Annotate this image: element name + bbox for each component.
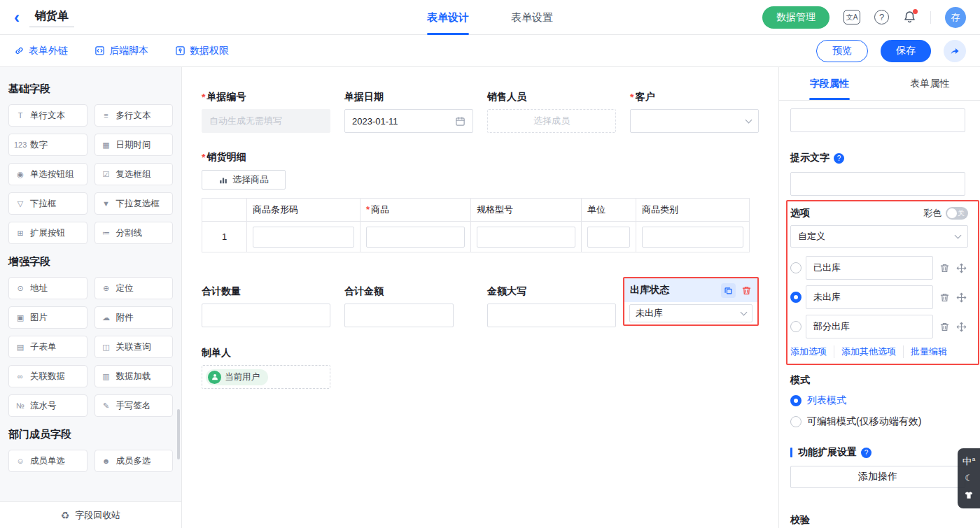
field-multi-select[interactable]: ▼下拉复选框 bbox=[94, 192, 174, 215]
mode-editable-radio[interactable] bbox=[790, 416, 802, 427]
preview-button[interactable]: 预览 bbox=[816, 40, 868, 62]
option-input-1[interactable] bbox=[806, 256, 933, 280]
form-external-link[interactable]: 表单外链 bbox=[14, 45, 68, 57]
mode-list[interactable]: 列表模式 bbox=[790, 394, 846, 407]
linked-query-icon: ◫ bbox=[100, 343, 113, 352]
field-image[interactable]: ▣图片 bbox=[8, 306, 88, 329]
field-radio-group[interactable]: ◉单选按钮组 bbox=[8, 163, 88, 185]
cell-spec-input[interactable] bbox=[477, 227, 575, 248]
option-radio-3[interactable] bbox=[790, 321, 802, 332]
field-member-single[interactable]: ☺成员单选 bbox=[8, 450, 88, 472]
field-creator[interactable]: 制单人 当前用户 bbox=[202, 347, 330, 389]
field-total-amount[interactable]: 合计金额 bbox=[344, 285, 454, 327]
tab-form-design[interactable]: 表单设计 bbox=[427, 0, 469, 35]
save-button[interactable]: 保存 bbox=[881, 40, 931, 62]
notification-bell-icon[interactable] bbox=[903, 10, 916, 24]
batch-edit-link[interactable]: 批量编辑 bbox=[903, 345, 954, 358]
tab-form-properties[interactable]: 表单属性 bbox=[880, 67, 980, 100]
theme-skin-icon[interactable] bbox=[964, 491, 974, 500]
option-input-3[interactable] bbox=[806, 315, 933, 338]
cell-barcode-input[interactable] bbox=[253, 227, 354, 248]
field-serial-number[interactable]: №流水号 bbox=[8, 394, 88, 417]
field-single-line-text[interactable]: T单行文本 bbox=[8, 104, 88, 127]
backend-script-link[interactable]: 后端脚本 bbox=[94, 45, 148, 57]
field-salesperson[interactable]: 销售人员 选择成员 bbox=[487, 91, 616, 133]
field-recycle-bin[interactable]: ♻ 字段回收站 bbox=[0, 501, 181, 528]
mode-list-radio[interactable] bbox=[790, 395, 802, 406]
delete-option-button[interactable] bbox=[939, 322, 950, 332]
total-qty-label: 合计数量 bbox=[202, 285, 241, 298]
tab-field-properties[interactable]: 字段属性 bbox=[779, 67, 880, 100]
field-customer[interactable]: *客户 bbox=[630, 91, 759, 133]
field-checkbox-group[interactable]: ☑复选框组 bbox=[94, 163, 174, 185]
avatar[interactable]: 存 bbox=[945, 7, 966, 28]
field-datetime[interactable]: ▦日期时间 bbox=[94, 134, 174, 156]
drag-option-handle[interactable] bbox=[956, 292, 967, 303]
language-icon[interactable]: 文A bbox=[844, 10, 860, 24]
copy-field-button[interactable] bbox=[721, 283, 736, 298]
data-manage-button[interactable]: 数据管理 bbox=[762, 6, 830, 29]
field-title-input[interactable] bbox=[790, 108, 965, 132]
drag-option-handle[interactable] bbox=[956, 322, 967, 332]
total-qty-input[interactable] bbox=[202, 304, 330, 327]
sidebar-scrollbar[interactable] bbox=[177, 409, 180, 459]
field-amount-words[interactable]: 金额大写 bbox=[487, 285, 616, 327]
mode-editable[interactable]: 可编辑模式(仅移动端有效) bbox=[790, 415, 921, 428]
field-total-qty[interactable]: 合计数量 bbox=[202, 285, 330, 327]
amount-words-input[interactable] bbox=[487, 304, 616, 327]
add-action-button[interactable]: 添加操作 bbox=[790, 466, 965, 488]
field-linked-query[interactable]: ◫关联查询 bbox=[94, 336, 174, 358]
field-signature[interactable]: ✎手写签名 bbox=[94, 394, 174, 417]
hint-text-input[interactable] bbox=[790, 172, 965, 196]
field-multi-line-text[interactable]: ≡多行文本 bbox=[94, 104, 174, 127]
stock-status-select[interactable]: 未出库 bbox=[629, 304, 752, 322]
field-select[interactable]: ▽下拉框 bbox=[8, 192, 88, 215]
salesperson-picker[interactable]: 选择成员 bbox=[487, 109, 616, 133]
form-title[interactable]: 销货单 bbox=[29, 8, 74, 27]
share-button[interactable] bbox=[944, 40, 966, 62]
field-location[interactable]: ⊕定位 bbox=[94, 277, 174, 299]
field-attachment[interactable]: ☁附件 bbox=[94, 306, 174, 329]
color-toggle[interactable]: 关 bbox=[946, 207, 968, 220]
field-order-date[interactable]: 单据日期 2023-01-11 bbox=[344, 91, 473, 133]
field-subform[interactable]: ▤子表单 bbox=[8, 336, 88, 358]
order-date-input[interactable]: 2023-01-11 bbox=[344, 109, 473, 133]
option-radio-2[interactable] bbox=[790, 292, 802, 303]
field-divider[interactable]: ≔分割线 bbox=[94, 222, 174, 244]
back-icon[interactable]: ‹ bbox=[14, 9, 20, 26]
field-extend-button[interactable]: ⊞扩展按钮 bbox=[8, 222, 88, 244]
help-circle-icon[interactable]: ? bbox=[834, 153, 844, 164]
field-number[interactable]: 123数字 bbox=[8, 134, 88, 156]
field-linked-data[interactable]: ∞关联数据 bbox=[8, 365, 88, 387]
order-no-input[interactable]: 自动生成无需填写 bbox=[202, 109, 330, 133]
pick-product-button[interactable]: 选择商品 bbox=[202, 170, 286, 190]
option-input-2[interactable] bbox=[806, 285, 933, 309]
add-option-link[interactable]: 添加选项 bbox=[790, 345, 834, 358]
delete-option-button[interactable] bbox=[939, 292, 950, 303]
total-amount-input[interactable] bbox=[344, 304, 454, 327]
cell-unit-input[interactable] bbox=[587, 227, 630, 248]
field-member-multi[interactable]: ☻成员多选 bbox=[94, 450, 174, 472]
option-type-select[interactable]: 自定义 bbox=[790, 225, 968, 248]
data-permission-link[interactable]: 数据权限 bbox=[175, 45, 229, 57]
option-radio-1[interactable] bbox=[790, 262, 802, 273]
customer-select[interactable] bbox=[630, 109, 759, 133]
drag-option-handle[interactable] bbox=[956, 263, 967, 273]
field-address[interactable]: ⊙地址 bbox=[8, 277, 88, 299]
help-circle-icon[interactable]: ? bbox=[861, 448, 872, 458]
add-other-option-link[interactable]: 添加其他选项 bbox=[834, 345, 903, 358]
field-sales-detail[interactable]: *销货明细 选择商品 bbox=[202, 151, 286, 190]
creator-box[interactable]: 当前用户 bbox=[202, 365, 330, 389]
field-data-load[interactable]: ▥数据加载 bbox=[94, 365, 174, 387]
language-toggle[interactable]: 中a bbox=[962, 457, 975, 466]
backend-script-label: 后端脚本 bbox=[109, 45, 148, 57]
field-stock-status-selected[interactable]: 出库状态 未出库 bbox=[623, 277, 759, 326]
cell-product-input[interactable] bbox=[366, 227, 465, 248]
cell-category-input[interactable] bbox=[642, 227, 743, 248]
help-icon[interactable]: ? bbox=[874, 10, 889, 24]
dark-mode-icon[interactable]: ☾ bbox=[965, 473, 973, 483]
delete-field-button[interactable] bbox=[741, 285, 752, 296]
field-order-no[interactable]: *单据编号 自动生成无需填写 bbox=[202, 91, 330, 133]
delete-option-button[interactable] bbox=[939, 263, 950, 273]
tab-form-settings[interactable]: 表单设置 bbox=[511, 0, 553, 35]
